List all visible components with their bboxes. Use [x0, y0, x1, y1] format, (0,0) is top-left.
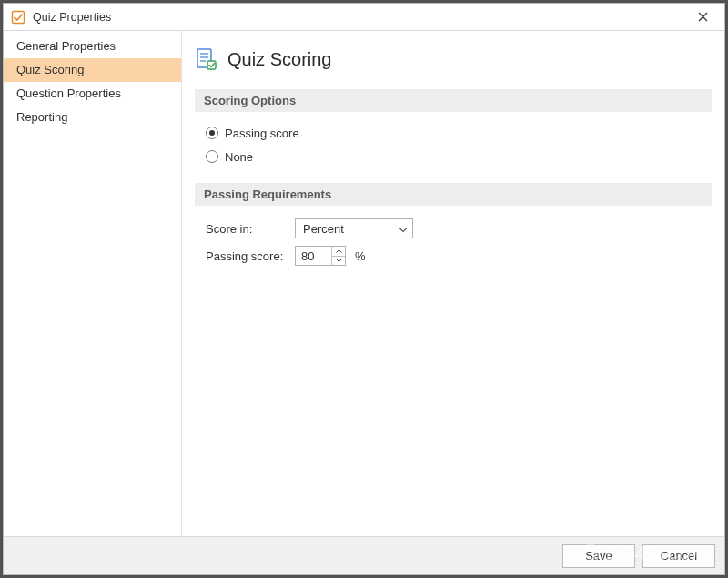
row-score-in: Score in: Percent [206, 215, 708, 242]
section-scoring-options: Passing score None [195, 121, 712, 183]
radio-label: None [225, 150, 253, 164]
titlebar: Quiz Properties [4, 4, 724, 31]
button-bar: Save Cancel [4, 536, 724, 574]
quiz-scoring-icon [195, 47, 218, 71]
sidebar-item-quiz-scoring[interactable]: Quiz Scoring [4, 58, 181, 82]
close-icon [698, 12, 708, 22]
radio-passing-score[interactable]: Passing score [206, 121, 708, 145]
score-in-label: Score in: [206, 222, 295, 236]
score-in-value: Percent [303, 222, 344, 236]
cancel-button[interactable]: Cancel [642, 544, 715, 568]
radio-icon [206, 127, 218, 139]
passing-score-value: 80 [301, 249, 314, 263]
sidebar: General Properties Quiz Scoring Question… [4, 31, 182, 536]
section-header-scoring-options: Scoring Options [195, 89, 712, 112]
dialog-window: Quiz Properties General Properties Quiz … [3, 3, 725, 575]
dialog-body: General Properties Quiz Scoring Question… [4, 31, 724, 536]
chevron-down-icon [336, 259, 342, 262]
chevron-up-icon [336, 249, 342, 253]
app-icon [11, 10, 25, 25]
score-in-select[interactable]: Percent [295, 218, 413, 238]
section-header-passing-requirements: Passing Requirements [195, 183, 712, 206]
radio-icon [206, 150, 218, 163]
page-title: Quiz Scoring [228, 49, 332, 70]
window-title: Quiz Properties [33, 11, 686, 24]
close-button[interactable] [686, 5, 719, 29]
chevron-down-icon [399, 222, 408, 236]
content-panel: Quiz Scoring Scoring Options Passing sco… [182, 31, 724, 536]
radio-label: Passing score [225, 127, 299, 140]
passing-score-label: Passing score: [206, 249, 295, 263]
row-passing-score: Passing score: 80 [206, 242, 708, 269]
sidebar-item-general-properties[interactable]: General Properties [4, 35, 181, 58]
spinner-up-button[interactable] [332, 247, 345, 257]
sidebar-item-reporting[interactable]: Reporting [4, 106, 181, 129]
radio-none[interactable]: None [206, 145, 708, 168]
spinner-down-button[interactable] [332, 257, 345, 266]
save-button[interactable]: Save [562, 544, 635, 568]
section-passing-requirements: Score in: Percent Passing score: 80 [195, 215, 712, 284]
page-header: Quiz Scoring [195, 47, 712, 71]
passing-score-unit: % [355, 249, 366, 263]
sidebar-item-question-properties[interactable]: Question Properties [4, 82, 181, 106]
passing-score-input[interactable]: 80 [295, 246, 346, 266]
